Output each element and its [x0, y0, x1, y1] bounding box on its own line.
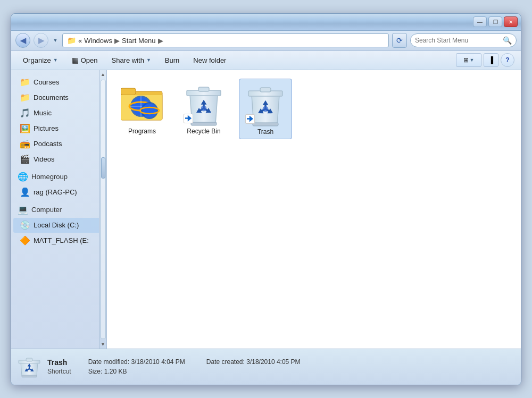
- burn-button[interactable]: Burn: [160, 53, 185, 67]
- minimize-button[interactable]: —: [473, 16, 487, 27]
- search-box[interactable]: 🔍: [410, 33, 517, 47]
- sidebar-item-pictures[interactable]: 🖼️ Pictures: [13, 121, 104, 136]
- file-item-recycle-bin[interactable]: Recycle Bin: [177, 79, 230, 139]
- sidebar: 📁 Courses 📁 Documents 🎵 Music 🖼️ Picture…: [11, 70, 107, 349]
- address-path[interactable]: 📁 « Windows ▶ Start Menu ▶: [62, 33, 389, 47]
- status-date-modified: Date modified: 3/18/2010 4:04 PM: [88, 358, 185, 366]
- music-icon: 🎵: [20, 108, 30, 118]
- sidebar-item-music[interactable]: 🎵 Music: [13, 106, 104, 121]
- trash-label: Trash: [257, 128, 273, 136]
- nav-dropdown[interactable]: ▼: [52, 33, 59, 48]
- back-button[interactable]: ◀: [15, 33, 30, 48]
- window-controls: — ❐ ✕: [473, 16, 518, 27]
- music-label: Music: [34, 109, 52, 117]
- share-with-button[interactable]: Share with ▼: [106, 53, 156, 67]
- status-meta-col-2: Date created: 3/18/2010 4:05 PM: [206, 358, 301, 375]
- scroll-track[interactable]: [101, 80, 106, 339]
- status-date-created: Date created: 3/18/2010 4:05 PM: [206, 358, 301, 366]
- svg-rect-16: [260, 88, 271, 92]
- status-recycle-svg: [18, 355, 41, 378]
- status-meta: Date modified: 3/18/2010 4:04 PM Size: 1…: [88, 358, 301, 375]
- help-button[interactable]: ?: [501, 53, 514, 67]
- path-sep1: ▶: [114, 37, 120, 45]
- status-type: Shortcut: [47, 368, 71, 375]
- pictures-icon: 🖼️: [20, 123, 30, 134]
- sidebar-item-podcasts[interactable]: 📻 Podcasts: [13, 137, 104, 151]
- trash-icon-container: [244, 82, 287, 125]
- new-folder-button[interactable]: New folder: [188, 53, 231, 67]
- scroll-down-arrow[interactable]: ▼: [99, 340, 107, 349]
- flash-drive-label: MATT_FLASH (E:: [34, 236, 89, 244]
- open-button[interactable]: ▦ Open: [66, 53, 103, 67]
- path-label: «: [78, 37, 82, 45]
- shortcut-arrow-shape: [185, 115, 192, 122]
- local-disk-label: Local Disk (C:): [34, 221, 79, 229]
- main-area: 📁 Courses 📁 Documents 🎵 Music 🖼️ Picture…: [11, 70, 521, 349]
- close-button[interactable]: ✕: [504, 16, 518, 27]
- path-windows: Windows: [84, 37, 112, 45]
- pane-toggle-button[interactable]: ▐: [484, 53, 498, 67]
- videos-label: Videos: [34, 155, 55, 163]
- status-info: Trash Shortcut: [47, 358, 71, 375]
- sidebar-item-documents[interactable]: 📁 Documents: [13, 90, 104, 105]
- status-name: Trash: [47, 358, 71, 367]
- folder-icon: 📁: [67, 36, 76, 45]
- content-area[interactable]: Programs: [107, 70, 521, 349]
- sidebar-list: 📁 Courses 📁 Documents 🎵 Music 🖼️ Picture…: [11, 70, 106, 349]
- sidebar-item-homegroup-user[interactable]: 👤 rag (RAG-PC): [13, 185, 104, 200]
- open-grid-icon: ▦: [72, 56, 79, 64]
- share-with-label: Share with: [111, 56, 144, 64]
- help-label: ?: [505, 56, 509, 64]
- sidebar-homegroup-section: 🌐 Homegroup: [11, 167, 106, 184]
- sidebar-item-courses[interactable]: 📁 Courses: [13, 75, 104, 90]
- documents-label: Documents: [34, 94, 69, 101]
- sidebar-item-local-disk[interactable]: 💿 Local Disk (C:): [13, 218, 104, 233]
- sidebar-item-videos[interactable]: 🎬 Videos: [13, 152, 104, 167]
- toolbar-right: ⊞ ▼ ▐ ?: [456, 53, 514, 67]
- sidebar-item-flash-drive[interactable]: 🔶 MATT_FLASH (E:: [13, 233, 104, 248]
- new-folder-label: New folder: [193, 56, 226, 64]
- path-start-menu: Start Menu: [122, 37, 156, 45]
- status-size: Size: 1.20 KB: [88, 368, 185, 375]
- burn-label: Burn: [165, 56, 179, 64]
- organize-button[interactable]: Organize ▼: [18, 53, 63, 67]
- scroll-thumb[interactable]: [101, 157, 105, 179]
- organize-dropdown-icon: ▼: [53, 57, 58, 63]
- local-disk-icon: 💿: [20, 220, 30, 231]
- programs-folder-svg: [121, 85, 163, 121]
- videos-icon: 🎬: [20, 154, 30, 165]
- svg-point-18: [263, 106, 269, 112]
- svg-point-14: [201, 105, 207, 111]
- explorer-window: — ❐ ✕ ◀ ▶ ▼ 📁 « Windows ▶ Start Menu ▶ ⟳…: [11, 13, 521, 385]
- address-bar: ◀ ▶ ▼ 📁 « Windows ▶ Start Menu ▶ ⟳ 🔍: [11, 31, 521, 51]
- forward-button[interactable]: ▶: [34, 33, 48, 48]
- svg-rect-13: [191, 122, 217, 125]
- path-sep2: ▶: [158, 37, 163, 45]
- recycle-bin-icon-container: [182, 82, 225, 124]
- organize-label: Organize: [23, 56, 51, 64]
- recycle-bin-shortcut-icon: [184, 114, 193, 123]
- trash-shortcut-arrow-shape: [247, 116, 253, 122]
- maximize-button[interactable]: ❐: [488, 16, 502, 27]
- search-input[interactable]: [415, 37, 500, 44]
- share-dropdown-icon: ▼: [146, 57, 151, 63]
- file-item-programs[interactable]: Programs: [115, 79, 169, 139]
- open-label: Open: [81, 56, 98, 64]
- programs-label: Programs: [128, 128, 156, 135]
- toolbar: Organize ▼ ▦ Open Share with ▼ Burn New …: [11, 51, 521, 70]
- status-meta-col-1: Date modified: 3/18/2010 4:04 PM Size: 1…: [88, 358, 185, 375]
- trash-shortcut-icon: [245, 114, 255, 124]
- documents-icon: 📁: [20, 92, 30, 103]
- search-icon[interactable]: 🔍: [503, 36, 512, 45]
- podcasts-icon: 📻: [20, 139, 30, 149]
- svg-rect-17: [253, 123, 278, 126]
- svg-rect-12: [198, 87, 209, 91]
- view-dropdown-button[interactable]: ⊞ ▼: [456, 53, 481, 67]
- refresh-button[interactable]: ⟳: [392, 33, 407, 48]
- scroll-up-arrow[interactable]: ▲: [99, 70, 107, 79]
- courses-label: Courses: [34, 78, 59, 86]
- svg-point-9: [143, 104, 156, 117]
- view-dropdown-icon: ▼: [470, 57, 475, 63]
- file-item-trash[interactable]: Trash: [239, 79, 292, 139]
- computer-label: Computer: [31, 206, 62, 214]
